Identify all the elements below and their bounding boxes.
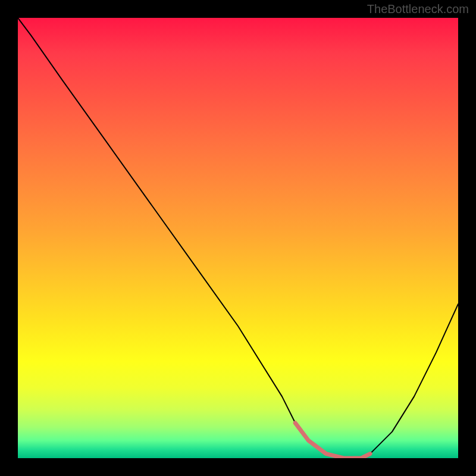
plot-area	[18, 18, 458, 458]
watermark-text: TheBottleneck.com	[367, 2, 469, 16]
curve-svg	[18, 18, 458, 458]
optimal-range-marker-path	[295, 423, 370, 458]
bottleneck-curve-path	[18, 18, 458, 458]
